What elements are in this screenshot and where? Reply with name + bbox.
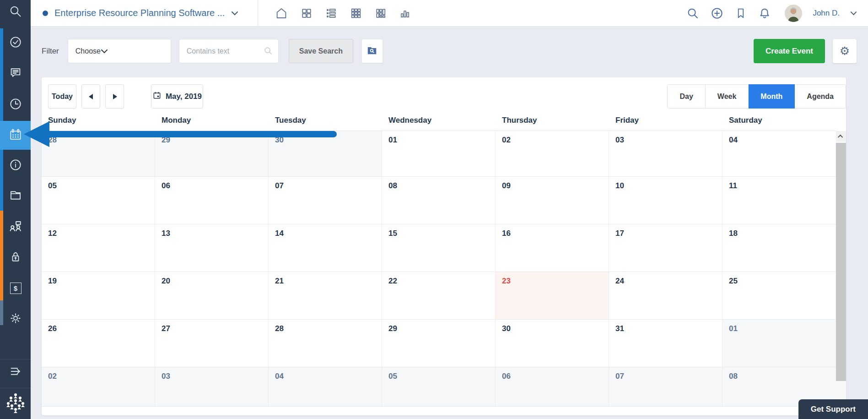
create-event-button[interactable]: Create Event (754, 39, 825, 63)
calendar-cell-25[interactable]: 25 (722, 272, 836, 320)
workspace-selector[interactable]: Enterprise Resource Planning Software ..… (43, 8, 238, 18)
calendar-settings-button[interactable]: ⚙ (833, 39, 857, 63)
calendar-cell-30[interactable]: 30 (496, 320, 609, 367)
strip-segment-slate (0, 300, 3, 325)
calendar-cell-24[interactable]: 24 (609, 272, 722, 320)
sidebar-accent-strip (0, 28, 3, 325)
bar-chart-icon[interactable] (399, 7, 411, 19)
get-support-button[interactable]: Get Support (798, 399, 868, 419)
calendar-cell-28[interactable]: 28 (269, 320, 382, 367)
calendar-cell-29[interactable]: 29 (155, 131, 269, 177)
calendar-cell-08[interactable]: 08 (382, 177, 496, 224)
calendar-cell-30[interactable]: 30 (269, 131, 382, 177)
calendar-cell-27[interactable]: 27 (155, 320, 269, 367)
sidebar-item-time[interactable] (5, 94, 27, 116)
calendar-cell-19[interactable]: 19 (42, 272, 155, 320)
company-logo[interactable] (5, 391, 27, 415)
avatar[interactable] (785, 5, 802, 22)
sidebar-item-info[interactable] (5, 155, 27, 177)
sidebar-item-calendar[interactable] (0, 125, 31, 147)
day-number: 19 (48, 277, 57, 285)
add-icon[interactable] (710, 6, 724, 20)
calendar-cell-13[interactable]: 13 (155, 224, 269, 272)
calendar-cell-06[interactable]: 06 (155, 177, 269, 224)
view-button-day[interactable]: Day (667, 84, 705, 109)
calendar-cell-29[interactable]: 29 (382, 320, 496, 367)
calendar-cell-03[interactable]: 03 (609, 131, 722, 177)
calendar-cell-16[interactable]: 16 (496, 224, 609, 272)
day-number: 29 (388, 324, 397, 333)
calendar-cell-28[interactable]: 28 (42, 131, 155, 177)
day-headers-row: SundayMondayTuesdayWednesdayThursdayFrid… (42, 112, 836, 131)
team-chat-icon (8, 219, 23, 235)
calendar-cell-23-today[interactable]: 23 (496, 272, 609, 320)
prev-month-button[interactable] (81, 84, 100, 109)
sidebar-item-tasks[interactable] (5, 32, 27, 54)
sidebar-item-search[interactable] (5, 1, 27, 23)
calendar-cell-10[interactable]: 10 (609, 177, 722, 224)
calendar-cell-26[interactable]: 26 (42, 320, 155, 367)
view-button-agenda[interactable]: Agenda (795, 84, 846, 109)
search-icon[interactable] (686, 6, 700, 20)
sidebar-item-settings[interactable] (5, 308, 27, 330)
date-picker-button[interactable]: May, 2019 (151, 84, 203, 109)
next-month-button[interactable] (105, 84, 124, 109)
chevron-down-icon[interactable] (850, 9, 857, 17)
view-button-month[interactable]: Month (749, 84, 795, 109)
vertical-scrollbar[interactable] (836, 131, 846, 406)
calendar-icon (8, 127, 23, 144)
sidebar-item-billing[interactable]: $ (5, 277, 27, 299)
sidebar-item-security[interactable] (5, 247, 27, 269)
calendar-cell-05[interactable]: 05 (42, 177, 155, 224)
sidebar-item-messages[interactable] (5, 63, 27, 85)
day-number: 30 (275, 136, 284, 144)
calendar-cell-04[interactable]: 04 (269, 367, 382, 407)
calendar-cell-07[interactable]: 07 (269, 177, 382, 224)
calendar-cell-21[interactable]: 21 (269, 272, 382, 320)
save-search-button[interactable]: Save Search (289, 39, 353, 63)
grid-3x3-icon[interactable] (350, 7, 362, 20)
calendar-cell-11[interactable]: 11 (722, 177, 836, 224)
calendar-cell-09[interactable]: 09 (496, 177, 609, 224)
saved-searches-button[interactable] (361, 39, 383, 63)
calendar-cell-07[interactable]: 07 (609, 367, 722, 407)
calendar-cell-15[interactable]: 15 (382, 224, 496, 272)
calendar-cell-17[interactable]: 17 (609, 224, 722, 272)
calendar-cell-14[interactable]: 14 (269, 224, 382, 272)
today-button[interactable]: Today (48, 84, 76, 109)
calendar-cell-03[interactable]: 03 (155, 367, 269, 407)
calendar-cell-06[interactable]: 06 (496, 367, 609, 407)
grid-2x2-icon[interactable] (300, 7, 313, 20)
calendar-cell-01[interactable]: 01 (382, 131, 496, 177)
calendar-cell-20[interactable]: 20 (155, 272, 269, 320)
filter-select[interactable]: Choose (68, 39, 171, 63)
calendar-cell-22[interactable]: 22 (382, 272, 496, 320)
sidebar-item-files[interactable] (5, 185, 27, 207)
folder-search-icon (366, 44, 378, 58)
calendar-cell-12[interactable]: 12 (42, 224, 155, 272)
calendar-cell-18[interactable]: 18 (722, 224, 836, 272)
kanban-icon[interactable] (374, 7, 387, 20)
sidebar-collapse-button[interactable] (5, 361, 27, 383)
calendar-cell-04[interactable]: 04 (722, 131, 836, 177)
calendar-cell-05[interactable]: 05 (382, 367, 496, 407)
calendar-cell-31[interactable]: 31 (609, 320, 722, 367)
view-button-week[interactable]: Week (706, 84, 749, 109)
calendar-cell-01[interactable]: 01 (722, 320, 836, 367)
list-view-icon[interactable] (325, 7, 338, 20)
user-name[interactable]: John D. (813, 9, 840, 18)
notifications-icon[interactable] (758, 6, 771, 20)
sidebar-item-collaboration[interactable] (5, 216, 27, 238)
day-number: 02 (48, 372, 57, 381)
scrollbar-thumb[interactable] (836, 143, 846, 381)
gear-icon: ⚙ (840, 44, 850, 58)
day-number: 09 (502, 181, 511, 190)
calendar-cell-02[interactable]: 02 (42, 367, 155, 407)
filter-select-value: Choose (75, 47, 101, 55)
day-number: 28 (275, 324, 284, 333)
day-number: 29 (162, 136, 170, 144)
home-icon[interactable] (275, 6, 288, 20)
calendar-cell-02[interactable]: 02 (496, 131, 609, 177)
bookmark-icon[interactable] (734, 7, 747, 20)
scroll-up-button[interactable] (836, 131, 846, 142)
